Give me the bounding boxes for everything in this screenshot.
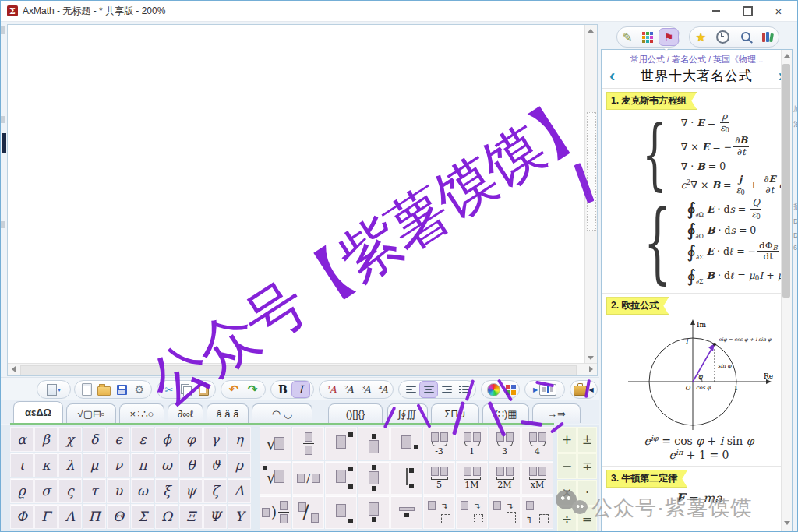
greek-δ[interactable]: δ <box>83 427 106 452</box>
scroll-up-icon[interactable] <box>784 54 790 58</box>
align-left-button[interactable] <box>402 382 419 397</box>
template-ubracket-xM[interactable]: xM <box>521 461 553 495</box>
greek-υ[interactable]: υ <box>107 478 130 503</box>
template-ubrace-4[interactable]: 4 <box>521 427 553 460</box>
palette-tab-2[interactable]: √▢⊟▫ <box>66 403 116 423</box>
template-supsub[interactable] <box>325 461 357 495</box>
save-button[interactable] <box>113 382 130 397</box>
cut-button[interactable]: ✂ <box>161 382 178 397</box>
panel-scrollbar[interactable] <box>781 50 792 531</box>
canvas-vscroll-thumb[interactable] <box>587 112 596 231</box>
greek-α[interactable]: α <box>10 427 34 452</box>
template-fracv[interactable] <box>292 427 324 460</box>
greek-θ[interactable]: θ <box>179 453 203 477</box>
color-wheel-button[interactable] <box>485 382 502 397</box>
greek-χ[interactable]: χ <box>58 427 82 452</box>
template-pctFrac[interactable]: ∕ <box>292 495 324 529</box>
operator-·[interactable]: · <box>577 480 597 506</box>
greek-Γ[interactable]: Γ <box>34 504 58 529</box>
prev-page-button[interactable]: ‹ <box>609 68 615 85</box>
minimize-button[interactable] <box>701 1 732 21</box>
align-center-button[interactable] <box>419 381 438 398</box>
greek-ψ[interactable]: ψ <box>179 478 203 503</box>
palette-tab-7[interactable]: ()[]{} <box>328 403 383 423</box>
greek-τ[interactable]: τ <box>83 478 106 503</box>
scroll-down-icon[interactable] <box>588 356 594 360</box>
template-dotBelow[interactable] <box>358 495 390 529</box>
operator-×[interactable]: × <box>557 480 577 506</box>
greek-ϕ[interactable]: ϕ <box>155 427 178 452</box>
palette-tab-10[interactable]: (∷)▦ <box>482 403 529 423</box>
greek-Θ[interactable]: Θ <box>107 504 130 529</box>
template-sup[interactable] <box>325 427 357 460</box>
italic-button[interactable]: I <box>291 381 310 398</box>
template-ubrace-1[interactable]: 1 <box>456 427 488 460</box>
section-tag[interactable]: 1. 麦克斯韦方程组 <box>606 92 697 110</box>
greek-ϵ[interactable]: ϵ <box>107 427 130 452</box>
search-button[interactable] <box>736 29 754 45</box>
template-ubracket-5[interactable]: 5 <box>423 461 455 495</box>
script-level-3-button[interactable]: ³A <box>357 382 374 397</box>
greek-Π[interactable]: Π <box>83 504 106 529</box>
operator-+[interactable]: + <box>557 427 577 453</box>
greek-ρ[interactable]: ρ <box>228 453 251 477</box>
scroll-down-icon[interactable] <box>784 521 790 525</box>
greek-φ[interactable]: φ <box>179 427 203 452</box>
palette-tab-8[interactable]: ∫∮∭ <box>387 403 428 423</box>
script-level-4-button[interactable]: ⁴A <box>374 382 391 397</box>
panel-scroll-thumb[interactable] <box>782 64 790 298</box>
equation[interactable]: F = ma <box>606 491 792 506</box>
redo-button[interactable]: ↷ <box>244 382 261 397</box>
greek-Δ[interactable]: Δ <box>228 478 251 503</box>
favorites-button[interactable]: ★ <box>691 29 710 45</box>
breadcrumb[interactable]: 常用公式 / 著名公式 / 英国《物理... <box>602 54 792 65</box>
canvas-hscroll-thumb[interactable] <box>20 365 577 375</box>
script-level-1-button[interactable]: ¹A <box>323 382 340 397</box>
greek-Ω[interactable]: Ω <box>155 504 178 529</box>
template-sqrt[interactable]: √ <box>260 427 291 460</box>
greek-Φ[interactable]: Φ <box>10 504 34 529</box>
equation[interactable]: ∮∮∂ΩB · ds = 0 <box>687 222 793 238</box>
template-ubrace--3[interactable]: -3 <box>423 427 455 460</box>
history-button[interactable] <box>714 29 733 45</box>
greek-Ψ[interactable]: Ψ <box>203 504 227 529</box>
greek-Υ[interactable]: Υ <box>228 504 251 529</box>
align-right-button[interactable] <box>438 382 455 397</box>
palette-tab-1[interactable]: αεΔΩ <box>13 401 63 423</box>
template-fracInline[interactable]: ∕ <box>292 461 324 495</box>
scroll-right-icon[interactable] <box>589 366 593 372</box>
bold-button[interactable]: B <box>274 382 291 397</box>
section-tag[interactable]: 3. 牛顿第二定律 <box>606 470 687 488</box>
operator-÷[interactable]: ÷ <box>557 506 577 532</box>
palette-tab-9[interactable]: ΣΠ∪ <box>431 403 479 423</box>
bookmark-library-button[interactable]: ⚑ <box>659 28 679 46</box>
greek-β[interactable]: β <box>34 427 58 452</box>
document-canvas[interactable] <box>7 24 598 376</box>
greek-η[interactable]: η <box>228 427 251 452</box>
palette-tab-5[interactable]: â ä ã <box>207 403 249 423</box>
scroll-left-icon[interactable] <box>12 366 16 372</box>
template-dotBR[interactable] <box>325 495 357 529</box>
greek-λ[interactable]: λ <box>58 453 82 477</box>
greek-ξ[interactable]: ξ <box>155 478 178 503</box>
library-button[interactable] <box>758 29 777 45</box>
open-button[interactable] <box>96 382 113 397</box>
greek-ι[interactable]: ι <box>10 453 34 477</box>
greek-Λ[interactable]: Λ <box>58 504 82 529</box>
greek-π[interactable]: π <box>131 453 154 477</box>
greek-ζ[interactable]: ζ <box>203 478 227 503</box>
equation[interactable]: ∮∮∂ΩE · ds = Qε0 <box>687 198 793 220</box>
maxwell-differential-group[interactable]: { ∇ · E = ρε0 ∇ × E = −∂B∂t ∇ · B = 0 c2… <box>630 111 792 196</box>
greek-ϑ[interactable]: ϑ <box>203 453 227 477</box>
color-palette-button[interactable] <box>502 382 519 397</box>
symbol-grid-button[interactable] <box>638 29 657 45</box>
greek-γ[interactable]: γ <box>203 427 227 452</box>
template-ubracket-1M[interactable]: 1M <box>456 461 488 495</box>
paste-button[interactable] <box>195 382 212 397</box>
greek-μ[interactable]: μ <box>83 453 106 477</box>
template-arrowDash[interactable]: ↴ <box>423 495 455 529</box>
greek-ς[interactable]: ς <box>58 478 82 503</box>
template-ubracket-2M[interactable]: 2M <box>489 461 521 495</box>
greek-Ξ[interactable]: Ξ <box>179 504 203 529</box>
undo-button[interactable]: ↶ <box>225 382 242 397</box>
